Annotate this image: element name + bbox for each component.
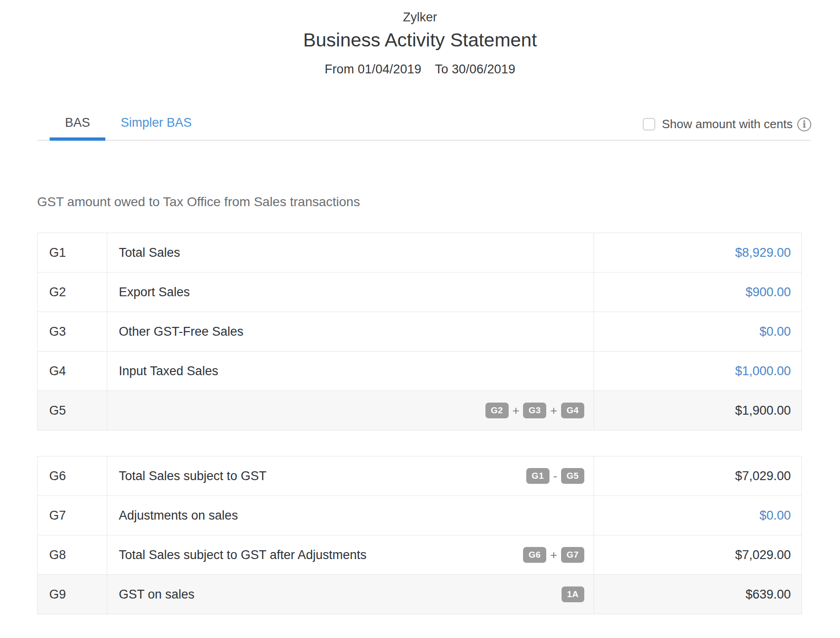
company-name: Zylker (0, 10, 840, 25)
table-row: G4Input Taxed Sales$1,000.00 (38, 352, 802, 391)
tab-bar: BAS Simpler BAS Show amount with cents i (37, 116, 811, 141)
row-code: G8 (38, 535, 107, 575)
row-code: G3 (38, 312, 107, 352)
amount-link[interactable]: $0.00 (594, 496, 802, 535)
row-code: G2 (38, 273, 107, 312)
section-heading: GST amount owed to Tax Office from Sales… (37, 195, 811, 209)
date-to-value: 30/06/2019 (452, 62, 515, 76)
row-formula: G2+G3+G4 (485, 403, 584, 418)
formula-badge: G6 (523, 547, 546, 563)
tab-simpler-bas[interactable]: Simpler BAS (105, 116, 207, 140)
row-code: G9 (38, 575, 107, 614)
row-code: G1 (38, 233, 107, 273)
row-label: Other GST-Free Sales (119, 325, 244, 339)
row-formula: G1-G5 (526, 468, 584, 484)
table-row: G3Other GST-Free Sales$0.00 (38, 312, 802, 352)
row-description-cell: GST on sales1A (107, 575, 594, 614)
amount-value: $7,029.00 (594, 535, 802, 575)
formula-operator: - (553, 469, 557, 483)
row-description-cell: Input Taxed Sales (107, 352, 594, 391)
date-from-label: From (324, 62, 354, 76)
table-row: G9GST on sales1A$639.00 (38, 575, 802, 614)
table-row: G2Export Sales$900.00 (38, 273, 802, 312)
page-title: Business Activity Statement (0, 29, 840, 51)
date-range: From 01/04/2019 To 30/06/2019 (0, 62, 840, 77)
tab-list: BAS Simpler BAS (50, 116, 207, 140)
formula-operator: + (512, 404, 519, 418)
row-description-cell: Total Sales subject to GST after Adjustm… (107, 535, 594, 575)
row-label: Total Sales subject to GST (119, 469, 266, 483)
formula-badge: G2 (485, 403, 509, 418)
row-description-cell: G2+G3+G4 (107, 391, 594, 430)
date-to-label: To (435, 62, 448, 76)
table-row: G7Adjustments on sales$0.00 (38, 496, 802, 535)
amount-value: $7,029.00 (594, 456, 802, 496)
formula-badge: 1A (562, 586, 584, 602)
row-formula: G6+G7 (523, 547, 584, 563)
table-row: G5G2+G3+G4$1,900.00 (38, 391, 802, 430)
amount-link[interactable]: $900.00 (594, 273, 802, 312)
report-header: Zylker Business Activity Statement From … (0, 0, 840, 77)
row-code: G5 (38, 391, 107, 430)
amount-value: $1,900.00 (594, 391, 802, 430)
table-row: G1Total Sales$8,929.00 (38, 233, 802, 273)
row-label: Adjustments on sales (119, 508, 238, 523)
formula-badge: G4 (561, 403, 584, 418)
row-label: Input Taxed Sales (119, 364, 218, 378)
tab-bas[interactable]: BAS (50, 116, 105, 140)
row-description-cell: Other GST-Free Sales (107, 312, 594, 352)
amount-link[interactable]: $1,000.00 (594, 352, 802, 391)
row-label: Total Sales subject to GST after Adjustm… (119, 548, 367, 562)
bas-table-gst: G6Total Sales subject to GSTG1-G5$7,029.… (37, 456, 802, 614)
formula-badge: G5 (561, 468, 584, 484)
row-code: G4 (38, 352, 107, 391)
row-description-cell: Total Sales (107, 233, 594, 273)
show-cents-label: Show amount with cents (662, 117, 793, 131)
amount-link[interactable]: $8,929.00 (594, 233, 802, 273)
show-cents-checkbox[interactable] (643, 118, 655, 130)
amount-value: $639.00 (594, 575, 802, 614)
info-icon[interactable]: i (797, 117, 811, 131)
row-description-cell: Adjustments on sales (107, 496, 594, 535)
row-label: GST on sales (119, 587, 194, 602)
formula-badge: G7 (561, 547, 584, 563)
report-content: BAS Simpler BAS Show amount with cents i… (37, 116, 811, 614)
row-label: Export Sales (119, 285, 190, 299)
show-cents-option: Show amount with cents i (643, 117, 811, 140)
formula-operator: + (550, 548, 557, 562)
row-description-cell: Export Sales (107, 273, 594, 312)
row-code: G7 (38, 496, 107, 535)
formula-badge: G1 (526, 468, 549, 484)
bas-table-sales: G1Total Sales$8,929.00G2Export Sales$900… (37, 233, 802, 430)
formula-operator: + (550, 404, 557, 418)
row-formula: 1A (562, 586, 584, 602)
row-code: G6 (38, 456, 107, 496)
amount-link[interactable]: $0.00 (594, 312, 802, 352)
formula-badge: G3 (523, 403, 546, 418)
row-description-cell: Total Sales subject to GSTG1-G5 (107, 456, 594, 496)
date-from-value: 01/04/2019 (358, 62, 421, 76)
table-row: G8Total Sales subject to GST after Adjus… (38, 535, 802, 575)
table-row: G6Total Sales subject to GSTG1-G5$7,029.… (38, 456, 802, 496)
row-label: Total Sales (119, 246, 180, 260)
